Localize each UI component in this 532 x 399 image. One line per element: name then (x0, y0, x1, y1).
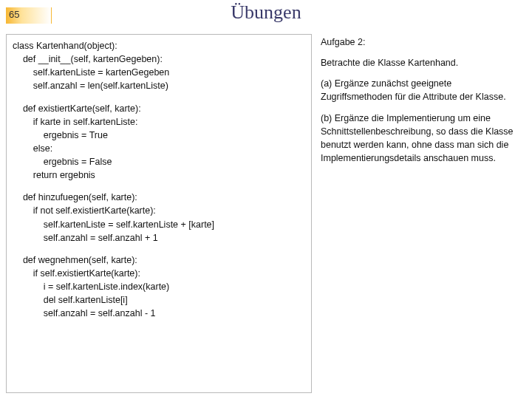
code-block-existiert: def existiertKarte(self, karte): if kart… (13, 102, 305, 183)
header: 65 Übungen (0, 0, 532, 33)
code-line: self.anzahl = self.anzahl - 1 (13, 307, 305, 320)
code-block-class: class Kartenhand(object): def __init__(s… (13, 39, 305, 93)
body: class Kartenhand(object): def __init__(s… (6, 34, 526, 393)
task-a: (a) Ergänze zunächst geeignete Zugriffsm… (321, 77, 525, 103)
code-line: i = self.kartenListe.index(karte) (13, 280, 305, 293)
code-line: def hinzufuegen(self, karte): (13, 191, 305, 204)
code-line: self.kartenListe = kartenGegeben (13, 66, 305, 79)
code-block-wegnehmen: def wegnehmen(self, karte): if self.exis… (13, 253, 305, 321)
task-column: Aufgabe 2: Betrachte die Klasse Kartenha… (319, 34, 526, 393)
code-line: if not self.existiertKarte(karte): (13, 204, 305, 217)
code-line: self.anzahl = len(self.kartenListe) (13, 79, 305, 92)
code-line: ergebnis = True (13, 129, 305, 142)
code-line: def wegnehmen(self, karte): (13, 253, 305, 267)
code-line: self.kartenListe = self.kartenListe + [k… (13, 218, 305, 231)
code-line: return ergebnis (13, 168, 305, 182)
slide: { "header": { "page_number": "65", "titl… (0, 0, 532, 399)
code-line: ergebnis = False (13, 155, 305, 168)
code-line: def __init__(self, kartenGegeben): (13, 52, 305, 66)
task-b: (b) Ergänze die Implementierung um eine … (321, 112, 525, 166)
code-line: if karte in self.kartenListe: (13, 115, 305, 129)
page-title: Übungen (0, 1, 532, 24)
code-line: def existiertKarte(self, karte): (13, 102, 305, 115)
code-line: class Kartenhand(object): (13, 39, 305, 52)
code-line: self.anzahl = self.anzahl + 1 (13, 231, 305, 245)
code-line: del self.kartenListe[i] (13, 293, 305, 307)
code-column: class Kartenhand(object): def __init__(s… (6, 34, 312, 393)
code-block-hinzufuegen: def hinzufuegen(self, karte): if not sel… (13, 191, 305, 245)
code-line: if self.existiertKarte(karte): (13, 267, 305, 280)
task-heading: Aufgabe 2: (321, 35, 525, 49)
code-line: else: (13, 142, 305, 155)
task-intro: Betrachte die Klasse Kartenhand. (321, 56, 525, 69)
